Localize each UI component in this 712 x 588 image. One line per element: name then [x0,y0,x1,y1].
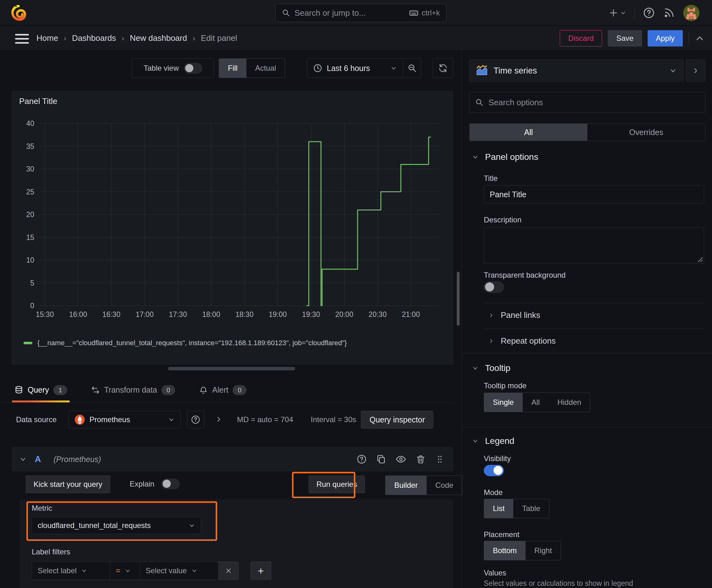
query-help-icon[interactable] [357,454,367,464]
search-icon [282,9,290,17]
vertical-scrollbar[interactable] [457,272,459,326]
legend-mode-list[interactable]: List [484,499,513,518]
run-queries-button[interactable]: Run queries [308,476,365,493]
zoom-out-icon [408,63,417,73]
apply-button[interactable]: Apply [648,30,683,46]
tooltip-single-option[interactable]: Single [484,393,523,412]
legend-placement-segmented: Bottom Right [484,541,561,560]
panel-links-heading: Panel links [501,310,540,320]
user-avatar[interactable] [683,5,699,21]
chevron-down-icon [188,522,195,529]
query-inspector-button[interactable]: Query inspector [361,411,433,428]
actual-option[interactable]: Actual [246,59,285,78]
max-data-points-stat: MD = auto = 704 [237,415,293,424]
svg-text:30: 30 [26,165,34,173]
panel-links-section[interactable]: Panel links [488,310,540,320]
time-series-chart[interactable]: 051015202530354015:3016:0016:3017:0017:3… [15,110,449,330]
breadcrumb-dashboards[interactable]: Dashboards [72,33,116,43]
legend-placement-right[interactable]: Right [525,541,561,560]
hide-query-icon[interactable] [395,454,406,465]
description-textarea[interactable] [484,227,704,264]
tab-transform[interactable]: Transform data 0 [88,378,178,402]
svg-text:10: 10 [26,256,34,264]
tab-overrides[interactable]: Overrides [587,124,705,141]
title-input[interactable]: Panel Title [484,185,704,204]
code-option[interactable]: Code [427,476,462,495]
tooltip-mode-segmented: Single All Hidden [484,393,590,412]
resize-corner-icon[interactable] [697,257,703,262]
discard-button[interactable]: Discard [560,30,602,46]
visualization-name: Time series [494,66,664,76]
legend-mode-table[interactable]: Table [513,499,549,518]
new-menu-button[interactable] [609,8,626,18]
top-nav-bar: Search or jump to... ctrl+k [0,0,712,26]
collapse-options-button[interactable] [686,60,706,82]
select-value-dropdown[interactable]: Select value [140,562,218,580]
breadcrumb-edit-panel: Edit panel [201,33,237,43]
metric-select[interactable]: cloudflared_tunnel_total_requests [32,517,201,534]
panel-resize-handle[interactable] [168,367,295,370]
grafana-logo-icon[interactable] [11,5,26,21]
collapse-query-icon[interactable] [19,456,27,463]
legend-section-header[interactable]: Legend [472,436,514,446]
operator-dropdown[interactable]: = [110,562,140,580]
legend-placement-bottom[interactable]: Bottom [484,541,525,560]
query-row-header[interactable]: A (Prometheus) [12,447,453,471]
datasource-help-button[interactable] [187,411,204,428]
svg-text:15: 15 [26,233,34,241]
tab-transform-count: 0 [161,385,175,395]
remove-filter-button[interactable] [218,562,239,580]
visualization-panel[interactable]: Panel Title 051015202530354015:3016:0016… [12,91,453,364]
transparent-bg-toggle[interactable] [484,281,504,293]
query-datasource-hint: (Prometheus) [54,455,101,464]
label-filter-row: Select label = Select value + [32,562,271,580]
prometheus-icon [74,414,85,425]
repeat-options-section[interactable]: Repeat options [488,336,556,346]
options-search-input[interactable]: Search options [469,92,706,113]
drag-handle-icon[interactable] [435,455,445,464]
tooltip-section-header[interactable]: Tooltip [472,363,511,373]
legend-visibility-toggle[interactable] [484,465,504,476]
zoom-out-button[interactable] [403,59,421,78]
fill-actual-segmented: Fill Actual [219,58,285,78]
tab-alert[interactable]: Alert 0 [196,378,249,402]
chart-legend[interactable]: {__name__="cloudflared_tunnel_total_requ… [24,339,347,347]
time-range-picker: Last 6 hours [307,58,421,78]
kick-start-query-button[interactable]: Kick start your query [26,476,110,493]
tab-all[interactable]: All [470,124,587,141]
select-label-dropdown[interactable]: Select label [32,562,110,580]
operator-value: = [116,566,120,575]
breadcrumb-home[interactable]: Home [37,33,58,43]
database-icon [15,386,23,395]
tooltip-mode-label: Tooltip mode [484,381,526,390]
duplicate-query-icon[interactable] [376,454,386,464]
add-filter-button[interactable]: + [251,562,271,580]
table-view-toggle[interactable] [184,63,202,74]
help-icon[interactable] [643,7,655,19]
svg-text:19:30: 19:30 [302,310,320,318]
delete-query-icon[interactable] [416,454,426,464]
select-value-placeholder: Select value [146,566,187,575]
news-rss-icon[interactable] [663,7,675,19]
legend-heading: Legend [485,436,514,446]
panel-options-section-header[interactable]: Panel options [472,152,538,162]
breadcrumb-separator: › [64,34,66,43]
collapse-up-icon[interactable] [694,33,705,44]
builder-option[interactable]: Builder [386,476,427,495]
options-expand-icon[interactable] [215,415,223,423]
refresh-button[interactable] [433,58,453,78]
tab-query[interactable]: Query 1 [12,378,70,402]
datasource-select[interactable]: Prometheus [68,411,181,428]
breadcrumb-new-dashboard[interactable]: New dashboard [130,33,187,43]
transform-icon [91,386,100,395]
explain-toggle[interactable] [161,479,179,489]
chevron-down-icon [390,65,397,71]
time-range-button[interactable]: Last 6 hours [307,63,403,73]
visualization-picker[interactable]: Time series [469,60,684,82]
tooltip-hidden-option[interactable]: Hidden [548,393,590,412]
global-search-input[interactable]: Search or jump to... ctrl+k [275,4,447,22]
menu-toggle-icon[interactable] [15,34,29,46]
tooltip-all-option[interactable]: All [523,393,549,412]
fill-option[interactable]: Fill [219,59,246,78]
save-button[interactable]: Save [608,30,642,46]
